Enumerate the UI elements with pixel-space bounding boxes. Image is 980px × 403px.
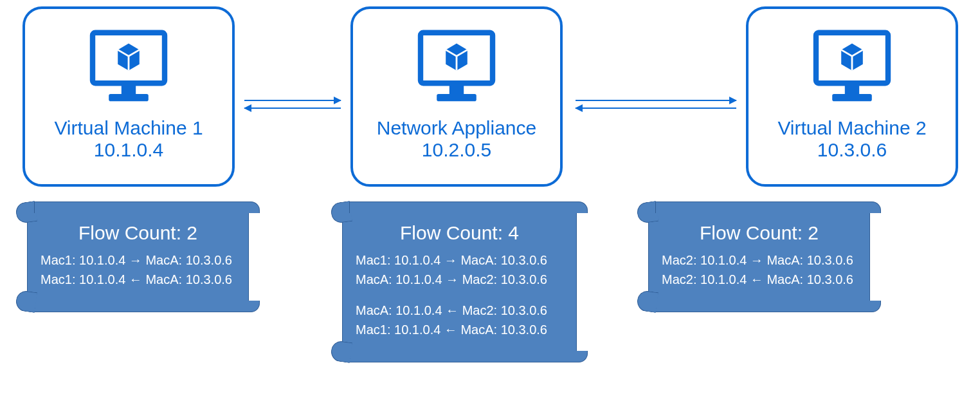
flow-entry: Mac2: 10.1.0.4 ← MacA: 10.3.0.6 — [662, 270, 857, 289]
node-vm2: Virtual Machine 2 10.3.0.6 — [746, 6, 958, 187]
svg-rect-11 — [845, 83, 859, 94]
arrow-right-icon — [244, 100, 341, 101]
bidirectional-arrow — [244, 100, 341, 109]
svg-rect-1 — [122, 83, 136, 94]
node-ip: 10.3.0.6 — [817, 139, 887, 161]
flow-entry: Mac1: 10.1.0.4 ← MacA: 10.3.0.6 — [41, 270, 235, 289]
node-network-appliance: Network Appliance 10.2.0.5 — [350, 6, 563, 187]
svg-rect-12 — [832, 94, 872, 101]
flow-entry: MacA: 10.1.0.4 → Mac2: 10.3.0.6 — [356, 270, 563, 289]
vm-icon — [84, 22, 174, 115]
flow-log-network-appliance: Flow Count: 4 Mac1: 10.1.0.4 → MacA: 10.… — [342, 212, 577, 351]
flow-count-title: Flow Count: 4 — [356, 222, 563, 244]
arrow-left-icon — [244, 108, 341, 109]
flow-log-vm2: Flow Count: 2 Mac2: 10.1.0.4 → MacA: 10.… — [648, 212, 870, 301]
node-ip: 10.1.0.4 — [94, 139, 163, 161]
arrow-left-icon — [576, 108, 736, 109]
vm-icon — [807, 22, 897, 115]
flow-entry: Mac1: 10.1.0.4 → MacA: 10.3.0.6 — [356, 250, 563, 270]
flow-count-title: Flow Count: 2 — [41, 222, 235, 244]
flow-log-vm1: Flow Count: 2 Mac1: 10.1.0.4 → MacA: 10.… — [27, 212, 249, 301]
svg-rect-2 — [109, 94, 149, 101]
flow-entry: Mac1: 10.1.0.4 ← MacA: 10.3.0.6 — [356, 320, 563, 339]
node-title: Network Appliance — [377, 117, 536, 139]
flow-entry: Mac1: 10.1.0.4 → MacA: 10.3.0.6 — [41, 250, 235, 270]
node-ip: 10.2.0.5 — [422, 139, 491, 161]
node-vm1: Virtual Machine 1 10.1.0.4 — [23, 6, 235, 187]
node-title: Virtual Machine 1 — [54, 117, 203, 139]
bidirectional-arrow — [576, 100, 736, 109]
flow-entry: Mac2: 10.1.0.4 → MacA: 10.3.0.6 — [662, 250, 857, 270]
svg-rect-6 — [449, 83, 464, 94]
svg-rect-7 — [437, 94, 476, 101]
node-title: Virtual Machine 2 — [777, 117, 926, 139]
flow-entry: MacA: 10.1.0.4 ← Mac2: 10.3.0.6 — [356, 301, 563, 320]
flow-count-title: Flow Count: 2 — [662, 222, 857, 244]
arrow-right-icon — [576, 100, 736, 101]
vm-icon — [412, 22, 502, 115]
